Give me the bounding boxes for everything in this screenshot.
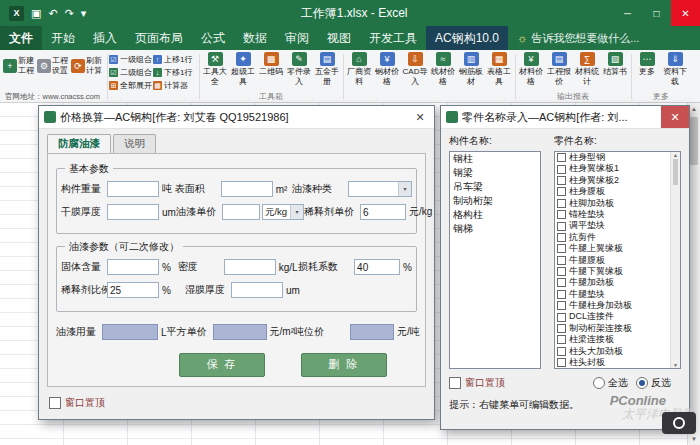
ribbon-small-button[interactable]: ☑ 二级组合 bbox=[109, 67, 153, 78]
part-checkbox[interactable] bbox=[557, 187, 566, 196]
part-item[interactable]: 牛腿腹板 bbox=[555, 255, 680, 266]
ribbon-button[interactable]: ⚒ 工具大全 bbox=[201, 51, 229, 87]
save-icon[interactable]: ▣ bbox=[31, 8, 41, 19]
part-item[interactable]: 牛腿下翼缘板 bbox=[555, 266, 680, 277]
thinner-price-input[interactable] bbox=[360, 204, 406, 220]
parts-list-scrollbar[interactable]: ▲ ▼ bbox=[670, 152, 680, 368]
scroll-down-icon[interactable]: ▼ bbox=[673, 362, 678, 368]
ribbon-button[interactable]: ¥ 材料价格 bbox=[517, 51, 545, 87]
ribbon-button[interactable]: ✎ 零件录入 bbox=[285, 51, 313, 87]
ribbon-button[interactable]: ≈ 线材价格 bbox=[429, 51, 457, 87]
tellme-box[interactable]: ☼ 告诉我您想要做什么... bbox=[508, 26, 648, 50]
paint-type-select[interactable]: ▾ bbox=[348, 181, 412, 197]
tab-anticorrosion-paint[interactable]: 防腐油漆 bbox=[47, 134, 111, 153]
select-all-radio[interactable] bbox=[593, 377, 605, 389]
part-checkbox[interactable] bbox=[557, 290, 566, 299]
density-input[interactable] bbox=[224, 259, 276, 275]
part-item[interactable]: DCL连接件 bbox=[555, 311, 680, 322]
ribbon-button[interactable]: + 新建工程 bbox=[3, 51, 37, 75]
part-item[interactable]: 牛腿柱身加劲板 bbox=[555, 300, 680, 311]
part-checkbox[interactable] bbox=[557, 256, 566, 265]
member-item[interactable]: 制动桁架 bbox=[450, 194, 540, 208]
dry-film-input[interactable] bbox=[107, 204, 159, 220]
part-checkbox[interactable] bbox=[557, 267, 566, 276]
ribbon-tab[interactable]: 开发工具 bbox=[360, 26, 426, 50]
tab-instructions[interactable]: 说明 bbox=[113, 134, 156, 153]
ribbon-button[interactable]: ▤ 工程报价 bbox=[545, 51, 573, 87]
part-checkbox[interactable] bbox=[557, 244, 566, 253]
part-item[interactable]: 牛腿垫块 bbox=[555, 289, 680, 300]
ribbon-tab[interactable]: 开始 bbox=[42, 26, 84, 50]
part-item[interactable]: 柱身型钢 bbox=[555, 152, 680, 163]
tab-ac-steel-active[interactable]: AC钢构10.0 bbox=[426, 26, 508, 50]
part-checkbox[interactable] bbox=[557, 347, 566, 356]
ribbon-button[interactable]: ▧ 结算书 bbox=[601, 51, 629, 78]
paint-price-input[interactable] bbox=[222, 204, 260, 220]
wet-film-input[interactable] bbox=[231, 282, 283, 298]
ribbon-tab[interactable]: 数据 bbox=[234, 26, 276, 50]
ribbon-small-button[interactable]: ☑ 一级组合 bbox=[109, 54, 153, 65]
member-item[interactable]: 格构柱 bbox=[450, 208, 540, 222]
part-item[interactable]: 制动桁架连接板 bbox=[555, 323, 680, 334]
delete-button[interactable]: 删 除 bbox=[301, 353, 387, 377]
ribbon-button[interactable]: ▦ 表格工具 bbox=[485, 51, 513, 87]
member-item[interactable]: 钢梯 bbox=[450, 222, 540, 236]
part-item[interactable]: 牛腿加劲板 bbox=[555, 277, 680, 288]
part-item[interactable]: 柱头封板 bbox=[555, 357, 680, 368]
scroll-thumb[interactable] bbox=[673, 159, 678, 185]
ribbon-button[interactable]: ▥ 钢筋板材 bbox=[457, 51, 485, 87]
ribbon-button[interactable]: ⌂ 厂商资料 bbox=[345, 51, 373, 87]
ribbon-small-button[interactable]: ▦ 计算器 bbox=[153, 80, 197, 91]
part-checkbox[interactable] bbox=[557, 222, 566, 231]
scroll-up-icon[interactable]: ▲ bbox=[673, 152, 678, 158]
part-checkbox[interactable] bbox=[557, 153, 566, 162]
invert-selection-radio[interactable] bbox=[636, 377, 648, 389]
paint-price-unit-select[interactable]: 元/kg ▾ bbox=[262, 204, 304, 220]
ribbon-button[interactable]: ⇩ CAD导入 bbox=[401, 51, 429, 87]
loss-factor-input[interactable] bbox=[354, 259, 400, 275]
members-listbox[interactable]: 钢柱 钢梁 吊车梁 制动桁架 格构柱 钢梯 bbox=[449, 151, 541, 369]
dialog-close-button[interactable]: ✕ bbox=[406, 106, 434, 128]
part-checkbox[interactable] bbox=[557, 199, 566, 208]
maximize-button[interactable]: □ bbox=[642, 0, 671, 26]
ribbon-button[interactable]: ⋯ 更多 bbox=[633, 51, 661, 78]
dialog-title-bar[interactable]: 零件名称录入—AC钢构[作者: 刘... ✕ bbox=[441, 106, 689, 129]
topmost-checkbox[interactable] bbox=[49, 397, 61, 409]
close-button[interactable]: ✕ bbox=[671, 0, 700, 26]
ribbon-button[interactable]: ⚙ 工程设置 bbox=[37, 51, 71, 75]
scroll-down-icon[interactable]: ▼ bbox=[691, 433, 697, 445]
ribbon-button[interactable]: ▩ 二维码 bbox=[257, 51, 285, 78]
topmost-checkbox[interactable] bbox=[449, 377, 461, 389]
ribbon-button[interactable]: ✦ 超级工具 bbox=[229, 51, 257, 87]
solid-content-input[interactable] bbox=[107, 259, 159, 275]
part-checkbox[interactable] bbox=[557, 176, 566, 185]
part-checkbox[interactable] bbox=[557, 313, 566, 322]
ribbon-small-button[interactable]: ↑ 上移1行 bbox=[153, 54, 197, 65]
minimize-button[interactable]: ─ bbox=[613, 0, 642, 26]
ribbon-button[interactable]: ▤ 五金手册 bbox=[313, 51, 341, 87]
ribbon-button[interactable]: ¥ 钢材价格 bbox=[373, 51, 401, 87]
ribbon-tab[interactable]: 公式 bbox=[192, 26, 234, 50]
undo-icon[interactable]: ↶ bbox=[48, 8, 57, 19]
part-item[interactable]: 柱身腹板 bbox=[555, 186, 680, 197]
part-item[interactable]: 牛腿上翼缘板 bbox=[555, 243, 680, 254]
member-item[interactable]: 钢柱 bbox=[450, 152, 540, 166]
save-button[interactable]: 保 存 bbox=[179, 353, 265, 377]
part-checkbox[interactable] bbox=[557, 335, 566, 344]
ribbon-tab[interactable]: 页面布局 bbox=[126, 26, 192, 50]
part-item[interactable]: 柱身翼缘板1 bbox=[555, 163, 680, 174]
dialog-title-bar[interactable]: 价格换算—AC钢构[作者: 刘艾春 QQ19521986] ✕ bbox=[39, 106, 434, 129]
area-input[interactable] bbox=[221, 181, 273, 197]
parts-checklist[interactable]: 柱身型钢 柱身翼缘板1 柱身翼缘板2 bbox=[554, 151, 681, 369]
scroll-up-icon[interactable]: ▲ bbox=[691, 103, 697, 115]
part-item[interactable]: 柱梁连接板 bbox=[555, 334, 680, 345]
part-item[interactable]: 锚栓垫块 bbox=[555, 209, 680, 220]
ribbon-tab[interactable]: 审阅 bbox=[276, 26, 318, 50]
part-checkbox[interactable] bbox=[557, 165, 566, 174]
scroll-thumb[interactable] bbox=[690, 117, 698, 165]
ribbon-button[interactable]: ∑ 材料统计 bbox=[573, 51, 601, 87]
part-item[interactable]: 柱头大加劲板 bbox=[555, 346, 680, 357]
ribbon-tab[interactable]: 视图 bbox=[318, 26, 360, 50]
tab-file[interactable]: 文件 bbox=[0, 26, 42, 50]
member-item[interactable]: 钢梁 bbox=[450, 166, 540, 180]
